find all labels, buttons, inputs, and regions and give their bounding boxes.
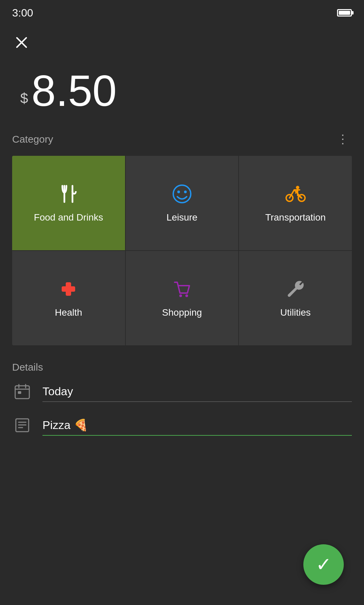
date-input-wrapper (42, 385, 352, 402)
more-options-icon: ⋮ (337, 132, 349, 146)
food-drinks-label: Food and Drinks (34, 212, 103, 223)
leisure-icon (171, 183, 193, 206)
svg-point-15 (185, 294, 188, 297)
status-bar: 3:00 (0, 0, 364, 24)
svg-point-14 (179, 294, 182, 297)
amount-section: $ 8.50 (0, 55, 364, 129)
close-button[interactable] (12, 33, 31, 52)
svg-rect-13 (66, 282, 71, 296)
close-x-icon (15, 36, 28, 49)
category-label: Category (12, 134, 53, 145)
confirm-fab[interactable]: ✓ (303, 544, 344, 585)
shopping-icon (171, 278, 193, 301)
svg-rect-20 (18, 391, 21, 394)
leisure-label: Leisure (166, 212, 198, 223)
details-header: Details (0, 345, 364, 380)
utilities-label: Utilities (280, 307, 311, 318)
checkmark-icon: ✓ (316, 555, 332, 574)
currency-symbol: $ (20, 90, 28, 107)
category-header: Category ⋮ (0, 129, 364, 156)
category-cell-leisure[interactable]: Leisure (126, 156, 239, 250)
date-row (0, 380, 364, 403)
category-grid: Food and Drinks Leisure (12, 156, 352, 345)
more-options-button[interactable]: ⋮ (334, 129, 352, 149)
note-icon (12, 417, 32, 437)
svg-point-11 (296, 186, 299, 189)
utilities-icon (285, 278, 306, 301)
amount-value: 8.50 (31, 69, 117, 113)
svg-rect-16 (15, 386, 29, 399)
category-cell-utilities[interactable]: Utilities (239, 251, 352, 345)
food-drinks-icon (58, 183, 79, 206)
note-row (0, 413, 364, 437)
category-cell-food-drinks[interactable]: Food and Drinks (12, 156, 125, 250)
calendar-icon (12, 383, 32, 403)
category-cell-health[interactable]: Health (12, 251, 125, 345)
close-button-container (0, 24, 364, 55)
note-input-wrapper (42, 419, 352, 436)
svg-point-6 (177, 191, 180, 193)
svg-point-7 (184, 191, 187, 193)
svg-point-5 (173, 185, 191, 203)
transportation-icon (285, 183, 306, 206)
health-label: Health (55, 307, 82, 318)
transportation-label: Transportation (265, 212, 326, 223)
status-time: 3:00 (12, 7, 33, 19)
shopping-label: Shopping (162, 307, 202, 318)
battery-icon (337, 9, 352, 17)
date-input[interactable] (42, 385, 352, 398)
note-input[interactable] (42, 419, 352, 432)
health-icon (58, 278, 79, 301)
category-cell-transportation[interactable]: Transportation (239, 156, 352, 250)
category-cell-shopping[interactable]: Shopping (126, 251, 239, 345)
